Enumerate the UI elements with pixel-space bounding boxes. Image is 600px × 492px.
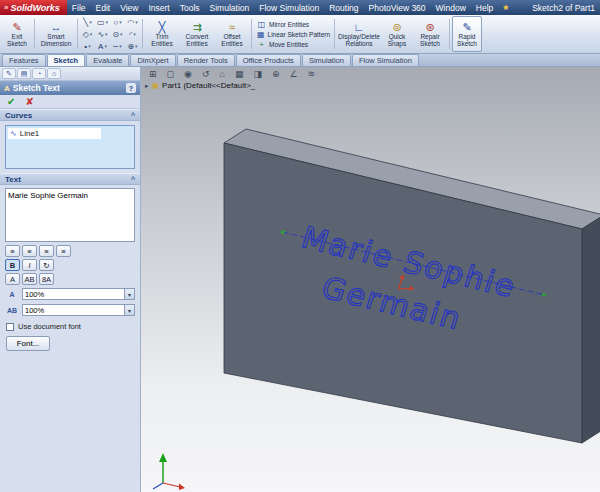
chevron-down-icon[interactable]: ▾: [124, 289, 134, 299]
menu-simulation[interactable]: Simulation: [205, 3, 255, 13]
chevron-down-icon[interactable]: ▾: [90, 31, 93, 37]
quick-snaps-button[interactable]: ⊚ Quick Snaps: [382, 16, 412, 52]
fillet-tool[interactable]: ◜▾: [125, 28, 140, 40]
menu-photoview-360[interactable]: PhotoView 360: [364, 3, 431, 13]
propertymanager-tab-icon[interactable]: ✎: [2, 68, 16, 79]
graphics-viewport[interactable]: ⊞ ◻ ◉ ↺ ⌂ ▦ ◨ ⊕ ∠ ≋ ▸ ▣ Part1 (Default<<…: [141, 67, 600, 492]
spline-tool[interactable]: ∿▾: [95, 28, 110, 40]
collapse-icon[interactable]: ^: [131, 176, 135, 183]
dimxpertmanager-tab-icon[interactable]: ◔: [32, 68, 46, 79]
flip-horizontal-button[interactable]: AB: [22, 273, 37, 285]
model-canvas[interactable]: Marie Sophie Germain: [141, 67, 600, 492]
tab-render-tools[interactable]: Render Tools: [177, 54, 235, 66]
snap-tool[interactable]: ⊕▾: [125, 40, 140, 52]
chevron-down-icon[interactable]: ▾: [119, 43, 122, 49]
circle-tool[interactable]: ○▾: [110, 16, 125, 28]
align-left-button[interactable]: ≡: [5, 245, 20, 257]
exit-sketch-button[interactable]: ✎ Exit Sketch: [2, 16, 32, 52]
view-settings-icon[interactable]: ⊕: [272, 69, 280, 79]
spacing-input[interactable]: [23, 306, 124, 315]
sketch-text-input[interactable]: Marie Sophie Germain: [5, 188, 135, 242]
menu-routing[interactable]: Routing: [324, 3, 363, 13]
curve-list-item[interactable]: ∿ Line1: [8, 128, 101, 139]
menu-file[interactable]: File: [67, 3, 91, 13]
align-center-button[interactable]: ≡: [22, 245, 37, 257]
menu-insert[interactable]: Insert: [143, 3, 174, 13]
tab-office-products[interactable]: Office Products: [236, 54, 301, 66]
curves-selection-box[interactable]: ∿ Line1: [5, 125, 135, 169]
width-factor-input[interactable]: [23, 290, 124, 299]
ok-button[interactable]: ✔: [7, 96, 15, 107]
ellipse-tool[interactable]: ⊙▾: [110, 28, 125, 40]
italic-button[interactable]: I: [22, 259, 37, 271]
chevron-down-icon[interactable]: ▾: [88, 43, 91, 49]
tab-flow-simulation[interactable]: Flow Simulation: [352, 54, 419, 66]
font-button[interactable]: Font...: [6, 336, 50, 351]
chevron-down-icon[interactable]: ▾: [135, 43, 138, 49]
chevron-down-icon[interactable]: ▾: [120, 31, 123, 37]
line-tool[interactable]: ╲▾: [80, 16, 95, 28]
mirror-entities-button[interactable]: ◫ Mirror Entities: [254, 20, 332, 29]
menu-help[interactable]: Help: [471, 3, 498, 13]
chevron-down-icon[interactable]: ▾: [133, 31, 136, 37]
zoom-area-icon[interactable]: ◻: [167, 69, 174, 79]
view-orientation-icon[interactable]: ⌂: [219, 69, 224, 79]
text-tool[interactable]: A▾: [95, 40, 110, 52]
arc-tool[interactable]: ◠▾: [125, 16, 140, 28]
rotate-view-icon[interactable]: ↺: [202, 69, 210, 79]
feature-tree-expand-icon[interactable]: ▸: [145, 82, 149, 90]
mirror-text-button[interactable]: 8A: [39, 273, 54, 285]
rotate-text-button[interactable]: ↻: [39, 259, 54, 271]
tab-sketch[interactable]: Sketch: [47, 54, 86, 66]
rectangle-tool[interactable]: ▭▾: [95, 16, 110, 28]
menu-tools[interactable]: Tools: [175, 3, 205, 13]
menu-edit[interactable]: Edit: [91, 3, 116, 13]
feature-tree-flyout[interactable]: ▸ ▣ Part1 (Default<<Default>_: [145, 81, 255, 90]
tab-evaluate[interactable]: Evaluate: [86, 54, 129, 66]
polygon-tool[interactable]: ◇▾: [80, 28, 95, 40]
chevron-down-icon[interactable]: ▾: [105, 31, 108, 37]
tab-dimxpert[interactable]: DimXpert: [130, 54, 175, 66]
linear-sketch-pattern-button[interactable]: ▦ Linear Sketch Pattern: [254, 30, 332, 39]
section-view-icon[interactable]: ◨: [253, 69, 262, 79]
display-delete-relations-button[interactable]: ∟ Display/Delete Relations: [337, 16, 381, 52]
cancel-button[interactable]: ✘: [25, 96, 33, 107]
collapse-icon[interactable]: ^: [131, 112, 135, 119]
move-entities-button[interactable]: + Move Entities: [254, 40, 332, 49]
zoom-fit-icon[interactable]: ⊞: [149, 69, 157, 79]
menu-view[interactable]: View: [115, 3, 143, 13]
resources-star-icon[interactable]: ★: [498, 3, 513, 12]
help-icon[interactable]: ?: [126, 83, 136, 93]
use-document-font-checkbox[interactable]: [6, 323, 14, 331]
tab-simulation[interactable]: Simulation: [302, 54, 351, 66]
menu-flow-simulation[interactable]: Flow Simulation: [254, 3, 324, 13]
repair-sketch-button[interactable]: ⊛ Repair Sketch: [413, 16, 447, 52]
align-justify-button[interactable]: ≡: [56, 245, 71, 257]
flip-vertical-button[interactable]: A: [5, 273, 20, 285]
text-section-header[interactable]: Text ^: [0, 173, 140, 185]
part-side-face[interactable]: [582, 215, 600, 443]
configurationmanager-tab-icon[interactable]: ▤: [17, 68, 31, 79]
sketch-relations-icon[interactable]: ∠: [289, 69, 297, 79]
chevron-down-icon[interactable]: ▾: [106, 19, 109, 25]
rapid-sketch-button[interactable]: ✎ Rapid Sketch: [452, 16, 482, 52]
tab-features[interactable]: Features: [2, 54, 46, 66]
convert-entities-button[interactable]: ⇉ Convert Entities: [180, 16, 214, 52]
chevron-down-icon[interactable]: ▾: [89, 19, 92, 25]
bold-button[interactable]: B: [5, 259, 20, 271]
chevron-down-icon[interactable]: ▾: [124, 305, 134, 315]
chevron-down-icon[interactable]: ▾: [135, 19, 138, 25]
display-style-icon[interactable]: ▦: [235, 69, 244, 79]
hide-show-items-icon[interactable]: ≋: [308, 69, 316, 79]
previous-view-icon[interactable]: ◉: [184, 69, 192, 79]
menu-window[interactable]: Window: [431, 3, 471, 13]
point-tool[interactable]: •▾: [80, 40, 95, 52]
smart-dimension-button[interactable]: ↔ Smart Dimension: [37, 16, 75, 52]
curves-section-header[interactable]: Curves ^: [0, 109, 140, 121]
displaymanager-tab-icon[interactable]: ⌂: [47, 68, 61, 79]
chevron-down-icon[interactable]: ▾: [104, 43, 107, 49]
chevron-down-icon[interactable]: ▾: [119, 19, 122, 25]
trim-entities-button[interactable]: ╳ Trim Entities: [145, 16, 179, 52]
centerline-tool[interactable]: ╌▾: [110, 40, 125, 52]
offset-entities-button[interactable]: ≈ Offset Entities: [215, 16, 249, 52]
